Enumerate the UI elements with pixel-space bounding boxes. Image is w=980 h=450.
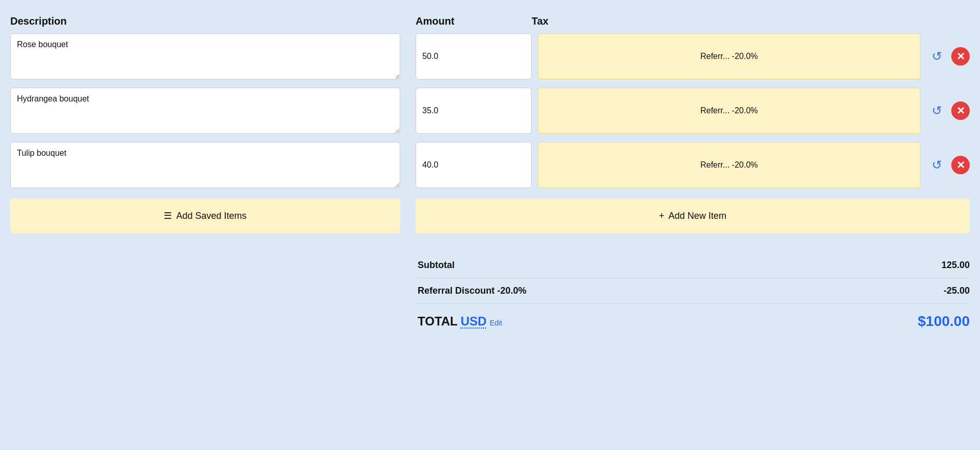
description-input-1[interactable]: Rose bouquet	[10, 33, 400, 79]
subtotal-label: Subtotal	[418, 260, 455, 271]
tax-select-2[interactable]: Referr... -20.0%	[538, 88, 920, 134]
add-saved-items-button[interactable]: ☰ Add Saved Items	[10, 198, 400, 233]
undo-button-3[interactable]: ↺	[927, 155, 947, 175]
right-headers: Amount Tax	[416, 15, 970, 27]
add-new-item-button[interactable]: + Add New Item	[416, 198, 970, 233]
undo-icon-2: ↺	[932, 104, 942, 118]
tax-label-1: Referr... -20.0%	[700, 52, 758, 61]
add-new-item-label: Add New Item	[669, 211, 727, 221]
subtotal-value: 125.00	[942, 260, 970, 271]
row-actions-1: ↺ ✕	[927, 46, 970, 67]
amount-input-3[interactable]	[416, 142, 532, 188]
total-amount: $100.00	[918, 313, 970, 330]
delete-button-1[interactable]: ✕	[951, 47, 970, 66]
delete-button-3[interactable]: ✕	[951, 156, 970, 174]
description-input-2[interactable]: Hydrangea bouquet	[10, 88, 400, 134]
delete-button-2[interactable]: ✕	[951, 101, 970, 120]
close-icon-2: ✕	[956, 105, 965, 117]
total-text: TOTAL	[418, 314, 458, 329]
description-column: Description Rose bouquet Hydrangea bouqu…	[10, 15, 400, 330]
amount-input-1[interactable]	[416, 33, 532, 79]
description-input-3[interactable]: Tulip bouquet	[10, 142, 400, 188]
summary-section: Subtotal 125.00 Referral Discount -20.0%…	[416, 253, 970, 330]
undo-icon-1: ↺	[932, 49, 942, 64]
table-row: Referr... -20.0% ↺ ✕	[416, 88, 970, 134]
amount-tax-column: Amount Tax Referr... -20.0% ↺ ✕	[416, 15, 970, 330]
description-header: Description	[10, 15, 400, 27]
add-saved-items-label: Add Saved Items	[176, 211, 246, 221]
tax-select-1[interactable]: Referr... -20.0%	[538, 33, 920, 79]
tax-label-2: Referr... -20.0%	[700, 106, 758, 115]
total-row: TOTAL USD Edit $100.00	[418, 304, 970, 330]
total-edit-button[interactable]: Edit	[489, 319, 502, 327]
subtotal-row: Subtotal 125.00	[418, 253, 970, 278]
row-actions-3: ↺ ✕	[927, 155, 970, 175]
amount-input-2[interactable]	[416, 88, 532, 134]
close-icon-1: ✕	[956, 50, 965, 63]
tax-select-3[interactable]: Referr... -20.0%	[538, 142, 920, 188]
table-row: Referr... -20.0% ↺ ✕	[416, 33, 970, 79]
discount-row: Referral Discount -20.0% -25.00	[418, 278, 970, 304]
total-currency: USD	[461, 314, 487, 329]
close-icon-3: ✕	[956, 159, 965, 171]
tax-header: Tax	[532, 15, 970, 27]
table-row: Referr... -20.0% ↺ ✕	[416, 142, 970, 188]
right-items-list: Referr... -20.0% ↺ ✕ Referr... -20.0%	[416, 33, 970, 196]
amount-header: Amount	[416, 15, 523, 27]
list-icon: ☰	[164, 210, 172, 221]
tax-label-3: Referr... -20.0%	[700, 160, 758, 170]
discount-value: -25.00	[944, 285, 970, 296]
invoice-form: Description Rose bouquet Hydrangea bouqu…	[10, 15, 970, 330]
plus-icon: +	[659, 211, 664, 221]
total-label-group: TOTAL USD Edit	[418, 314, 502, 329]
undo-icon-3: ↺	[932, 158, 942, 172]
undo-button-1[interactable]: ↺	[927, 46, 947, 67]
row-actions-2: ↺ ✕	[927, 100, 970, 121]
undo-button-2[interactable]: ↺	[927, 100, 947, 121]
discount-label: Referral Discount -20.0%	[418, 285, 526, 296]
